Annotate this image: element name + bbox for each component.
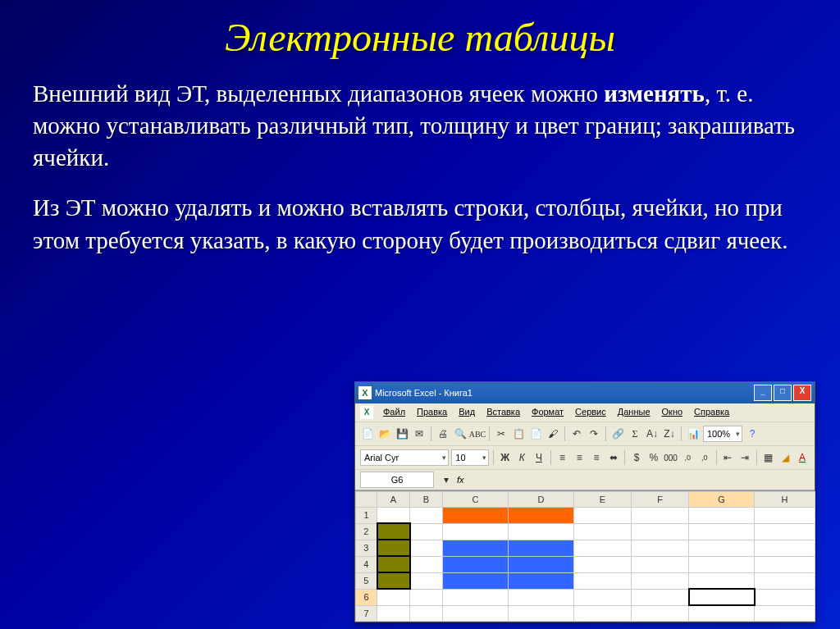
align-center-icon[interactable]: ≡	[572, 450, 587, 465]
cell[interactable]	[377, 523, 410, 540]
cell[interactable]	[377, 572, 410, 589]
name-box[interactable]: G6	[360, 472, 434, 488]
cell[interactable]	[574, 589, 632, 605]
font-color-icon[interactable]: A	[795, 450, 810, 465]
align-left-icon[interactable]: ≡	[555, 450, 570, 465]
menu-help[interactable]: Справка	[689, 406, 734, 419]
paste-icon[interactable]: 📄	[528, 426, 543, 441]
dec-indent-icon[interactable]: ⇤	[721, 450, 736, 465]
sort-desc-icon[interactable]: Z↓	[662, 426, 677, 441]
cell[interactable]	[509, 605, 574, 622]
open-icon[interactable]: 📂	[377, 426, 392, 441]
cell[interactable]	[509, 572, 574, 589]
cell[interactable]	[632, 605, 689, 622]
cell[interactable]	[755, 556, 815, 572]
menu-format[interactable]: Формат	[527, 406, 568, 419]
row-header-4[interactable]: 4	[356, 556, 377, 572]
sum-icon[interactable]: Σ	[628, 426, 642, 441]
copy-icon[interactable]: 📋	[511, 426, 526, 441]
cell[interactable]	[574, 572, 632, 589]
cell[interactable]	[509, 556, 574, 572]
cell[interactable]	[410, 523, 443, 540]
cell[interactable]	[689, 523, 755, 540]
col-header-G[interactable]: G	[689, 492, 755, 508]
cell[interactable]	[632, 572, 689, 589]
cell[interactable]	[410, 605, 443, 622]
fill-color-icon[interactable]: ◢	[778, 450, 793, 465]
cell[interactable]	[509, 523, 574, 540]
help-icon[interactable]: ?	[745, 426, 760, 441]
cell[interactable]	[443, 572, 509, 589]
dec-decimal-icon[interactable]: ,0	[697, 450, 712, 465]
cell[interactable]	[755, 540, 815, 556]
print-icon[interactable]: 🖨	[436, 426, 450, 441]
col-header-F[interactable]: F	[632, 492, 689, 508]
align-right-icon[interactable]: ≡	[589, 450, 604, 465]
col-header-A[interactable]: A	[377, 492, 410, 508]
new-icon[interactable]: 📄	[360, 426, 375, 441]
cell[interactable]	[443, 556, 509, 572]
cell[interactable]	[410, 508, 443, 524]
row-header-1[interactable]: 1	[356, 508, 377, 524]
col-header-B[interactable]: B	[410, 492, 443, 508]
cell[interactable]	[410, 572, 443, 589]
format-painter-icon[interactable]: 🖌	[546, 426, 560, 441]
close-button[interactable]: X	[793, 385, 811, 401]
dropdown-icon[interactable]: ▾	[439, 472, 454, 487]
cell[interactable]	[632, 589, 689, 605]
zoom-dropdown[interactable]: 100%	[703, 426, 742, 442]
cell[interactable]	[410, 589, 443, 605]
fontsize-dropdown[interactable]: 10	[451, 449, 489, 466]
row-header-2[interactable]: 2	[356, 523, 377, 540]
worksheet-grid[interactable]: A B C D E F G H 1 2 3	[355, 490, 815, 622]
cut-icon[interactable]: ✂	[494, 426, 509, 441]
menu-window[interactable]: Окно	[657, 406, 688, 419]
italic-icon[interactable]: К	[514, 450, 529, 465]
inc-indent-icon[interactable]: ⇥	[737, 450, 752, 465]
cell[interactable]	[377, 540, 410, 556]
comma-icon[interactable]: 000	[664, 450, 678, 465]
cell[interactable]	[377, 556, 410, 572]
cell[interactable]	[377, 589, 410, 605]
currency-icon[interactable]: $	[629, 450, 644, 465]
cell[interactable]	[443, 523, 509, 540]
cell[interactable]	[443, 508, 509, 524]
underline-icon[interactable]: Ч	[532, 450, 546, 465]
font-dropdown[interactable]: Arial Cyr	[360, 449, 449, 466]
cell[interactable]	[574, 523, 632, 540]
cell[interactable]	[689, 556, 755, 572]
cell[interactable]	[443, 540, 509, 556]
cell[interactable]	[755, 605, 815, 622]
link-icon[interactable]: 🔗	[610, 426, 625, 441]
select-all-corner[interactable]	[356, 492, 377, 508]
cell[interactable]	[509, 589, 574, 605]
row-header-7[interactable]: 7	[356, 605, 377, 622]
cell[interactable]	[410, 540, 443, 556]
inc-decimal-icon[interactable]: ,0	[680, 450, 695, 465]
cell[interactable]	[755, 589, 815, 605]
menu-data[interactable]: Данные	[613, 406, 655, 419]
menu-file[interactable]: Файл	[378, 406, 410, 419]
cell[interactable]	[755, 508, 815, 524]
cell[interactable]	[755, 523, 815, 540]
redo-icon[interactable]: ↷	[587, 426, 601, 441]
menu-tools[interactable]: Сервис	[570, 406, 611, 419]
menu-insert[interactable]: Вставка	[482, 406, 525, 419]
sort-asc-icon[interactable]: A↓	[645, 426, 660, 441]
cell[interactable]	[574, 605, 632, 622]
col-header-D[interactable]: D	[509, 492, 574, 508]
cell[interactable]	[689, 508, 755, 524]
bold-icon[interactable]: Ж	[498, 450, 513, 465]
cell[interactable]	[632, 556, 689, 572]
percent-icon[interactable]: %	[646, 450, 661, 465]
row-header-5[interactable]: 5	[356, 572, 377, 589]
undo-icon[interactable]: ↶	[569, 426, 584, 441]
save-icon[interactable]: 💾	[395, 426, 409, 441]
chart-icon[interactable]: 📊	[686, 426, 701, 441]
cell[interactable]	[509, 508, 574, 524]
col-header-C[interactable]: C	[443, 492, 509, 508]
col-header-H[interactable]: H	[755, 492, 815, 508]
fx-icon[interactable]: fx	[457, 475, 464, 485]
cell[interactable]	[632, 523, 689, 540]
menu-edit[interactable]: Правка	[412, 406, 452, 419]
